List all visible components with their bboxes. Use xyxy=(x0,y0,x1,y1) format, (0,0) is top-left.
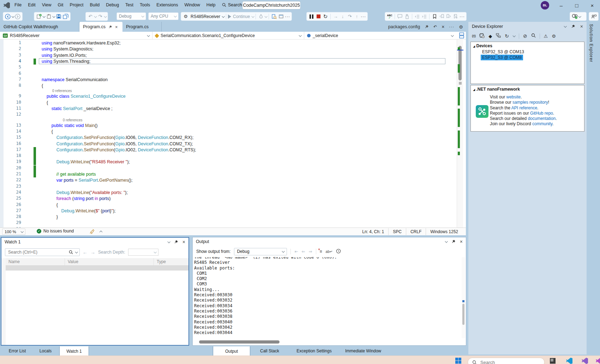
code-line-12[interactable]: 12 xyxy=(0,112,455,118)
output-source-dropdown[interactable]: Debug xyxy=(234,248,287,255)
vscode-taskbar-icon[interactable] xyxy=(566,358,572,364)
watch-empty-row[interactable] xyxy=(6,265,188,271)
column-header-type[interactable]: Type xyxy=(154,258,188,265)
disable-device-watchers-icon[interactable]: ⊘ xyxy=(523,33,527,39)
hot-reload-button[interactable] xyxy=(258,13,264,20)
search-forward-arrow[interactable]: → xyxy=(90,249,95,255)
stop-debugging-button[interactable] xyxy=(315,13,322,20)
search-depth-dropdown[interactable] xyxy=(128,249,158,256)
panel-tab-locals[interactable]: Locals xyxy=(35,346,56,356)
menu-build[interactable]: Build xyxy=(86,0,103,10)
menu-debug[interactable]: Debug xyxy=(103,0,122,10)
panel-tab-output[interactable]: Output xyxy=(213,346,250,357)
tab-program-cs[interactable]: Program.cs× xyxy=(79,22,122,32)
pin-icon[interactable] xyxy=(425,25,429,29)
save-all-button[interactable] xyxy=(62,13,69,20)
output-console[interactable]: The thread '<No Name>' (2) has exited wi… xyxy=(194,257,459,338)
taskbar-search-box[interactable] xyxy=(468,358,545,364)
panel-tab-call-stack[interactable]: Call Stack xyxy=(254,346,285,356)
save-button[interactable] xyxy=(55,13,62,20)
code-editor[interactable]: 1using nanoFramework.Hardware.Esp32;2usi… xyxy=(0,40,466,228)
solution-explorer-collapsed-tab[interactable]: Solution Explorer xyxy=(589,24,594,63)
attach-process-button[interactable] xyxy=(278,13,284,20)
clear-bookmarks-button[interactable] xyxy=(452,13,459,20)
code-line-2[interactable]: 2using System.Diagnostics; xyxy=(0,46,455,52)
debug-overflow-button[interactable]: ··· xyxy=(361,14,366,19)
code-line-6[interactable]: 6 xyxy=(0,71,455,77)
spell-check-button[interactable]: ABC ✓ xyxy=(386,13,393,20)
code-line-8[interactable]: 8{ xyxy=(0,83,455,89)
panel-tab-watch-1[interactable]: Watch 1 xyxy=(59,346,89,357)
avatar[interactable]: BL xyxy=(541,1,549,10)
code-line-4[interactable]: 4using System.Threading; xyxy=(0,59,455,65)
link-samples-repository[interactable]: samples repository xyxy=(512,100,548,105)
step-out-button[interactable]: ↑ xyxy=(354,13,360,20)
taskbar-widget-icon[interactable] xyxy=(550,358,556,364)
close-panel-icon[interactable]: × xyxy=(182,239,185,245)
break-all-button[interactable] xyxy=(308,13,314,20)
search-options-chevron[interactable] xyxy=(75,250,78,253)
menu-file[interactable]: File xyxy=(11,0,25,10)
menu-view[interactable]: View xyxy=(39,0,55,10)
output-vthumb[interactable] xyxy=(462,304,464,325)
code-line-17[interactable]: 17 Configuration.SetPinFunction(Gpio.IO0… xyxy=(0,147,455,153)
minimize-button[interactable]: – xyxy=(553,0,569,11)
windows-start-button[interactable] xyxy=(455,358,461,364)
pin-icon[interactable] xyxy=(571,24,575,29)
refresh-chevron[interactable] xyxy=(512,34,515,37)
step-over-button[interactable]: ↷ xyxy=(347,13,353,20)
new-item-chevron[interactable] xyxy=(42,15,45,18)
code-line-7[interactable]: 7namespace SerialCommunication xyxy=(0,77,455,83)
search-back-arrow[interactable]: ← xyxy=(83,249,88,255)
code-line-3[interactable]: 3using System.IO.Ports; xyxy=(0,53,455,59)
close-panel-icon[interactable]: × xyxy=(460,239,463,244)
breadcrumb-member-dropdown[interactable]: _serialDevice xyxy=(304,32,456,40)
codelens-references[interactable]: 0 references xyxy=(52,89,72,93)
clear-all-icon[interactable]: ≡× xyxy=(320,249,322,254)
menu-extensions[interactable]: Extensions xyxy=(153,0,181,10)
menu-tools[interactable]: Tools xyxy=(137,0,153,10)
code-line-11[interactable]: 11 static SerialPort _serialDevice ; xyxy=(0,106,455,112)
status-encoding[interactable]: Windows 1252 xyxy=(426,228,462,236)
goto-first-message-icon[interactable]: ⇤ xyxy=(294,249,298,254)
comment-button[interactable] xyxy=(397,13,403,20)
expander-icon[interactable]: ◢ xyxy=(473,88,475,91)
watch-panel-header[interactable]: Watch 1 × xyxy=(1,238,188,246)
toggle-bookmark-button[interactable] xyxy=(431,13,438,20)
previous-message-icon[interactable]: ⇐ xyxy=(301,249,305,254)
timestamp-clock-icon[interactable] xyxy=(336,249,341,255)
hot-reload-chevron[interactable] xyxy=(265,15,268,18)
maximize-button[interactable]: □ xyxy=(569,0,584,11)
step-into-button[interactable]: ↓ xyxy=(340,13,346,20)
code-line-5[interactable]: 5 xyxy=(0,65,455,71)
back-history-chevron[interactable] xyxy=(11,15,14,18)
panel-tab-exception-settings[interactable]: Exception Settings xyxy=(291,346,337,356)
code-line-18[interactable]: 18 xyxy=(0,153,455,159)
toolbar-overflow-button[interactable]: ··· xyxy=(285,14,290,19)
code-line-19[interactable]: 19 Debug.WriteLine("RS485 Receiver "); xyxy=(0,159,455,165)
column-header-name[interactable]: Name xyxy=(6,258,65,265)
redo-button[interactable]: ↷ xyxy=(97,13,103,20)
menu-help[interactable]: Help xyxy=(203,0,219,10)
code-line-24[interactable]: 24 Debug.WriteLine("Available ports: "); xyxy=(0,190,455,196)
code-line-29[interactable]: 29 xyxy=(0,220,455,226)
code-line-10[interactable]: 10 { xyxy=(0,100,455,106)
show-next-statement-button[interactable]: → xyxy=(332,13,339,20)
status-space-mode[interactable]: SPC xyxy=(388,228,406,236)
code-line-15[interactable]: 15 Configuration.SetPinFunction(Gpio.IO0… xyxy=(0,135,455,141)
duplicate-lines-button[interactable] xyxy=(404,13,410,20)
link-website[interactable]: website xyxy=(506,95,521,99)
session-title-box[interactable]: CodeCampChristchurch2025 xyxy=(242,1,301,10)
link-documentation[interactable]: documentation xyxy=(528,116,556,121)
preview-tab-packages-config[interactable]: packages.config xyxy=(388,24,420,29)
decrease-indent-button[interactable] xyxy=(414,13,420,20)
previous-bookmark-button[interactable] xyxy=(438,13,445,20)
nanoframework-header[interactable]: ◢ .NET nanoFramework xyxy=(473,87,582,92)
erase-device-icon[interactable]: ◆ xyxy=(488,34,492,39)
tab-github-copilot-walkthrough[interactable]: GitHub Copilot Walkthrough xyxy=(0,22,79,32)
panel-options-chevron[interactable] xyxy=(564,25,566,28)
code-line-1[interactable]: 1using nanoFramework.Hardware.Esp32; xyxy=(0,40,455,46)
status-line-ending[interactable]: CRLF xyxy=(406,228,426,236)
word-wrap-icon[interactable]: ab↵ xyxy=(326,250,333,254)
solution-platform-dropdown[interactable]: Any CPU xyxy=(148,12,179,20)
